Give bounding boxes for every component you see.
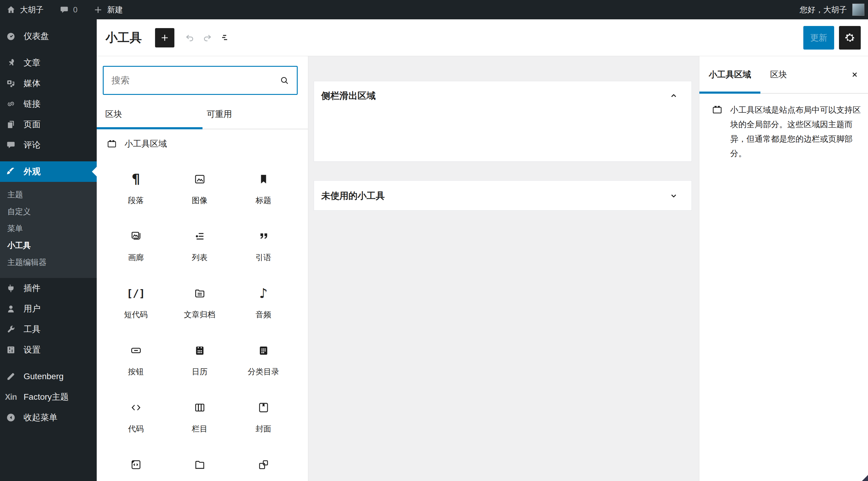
button-icon (130, 344, 142, 357)
columns-icon (193, 400, 206, 415)
block-item-file[interactable] (168, 444, 231, 481)
pages-icon (5, 119, 17, 130)
settings-tabs: 小工具区域 区块 (700, 56, 868, 94)
sidebar-item-label: 页面 (24, 119, 40, 130)
comment-count: 0 (73, 5, 78, 14)
sidebar-item-label: 文章 (24, 57, 40, 69)
audio-note-icon: ♪ (259, 286, 268, 300)
admin-bar-site-link[interactable]: 大胡子 (6, 4, 43, 15)
sidebar-item-gutenberg[interactable]: Gutenberg (0, 366, 97, 387)
block-item-list[interactable]: 列表 (168, 216, 231, 273)
link-icon (5, 99, 17, 109)
gear-icon (844, 32, 856, 44)
sidebar-item-label: 收起菜单 (24, 412, 57, 423)
sidebar-item-label: 媒体 (24, 78, 40, 89)
appearance-brush-icon (5, 166, 17, 177)
sidebar-item-collapse-menu[interactable]: 收起菜单 (0, 407, 97, 428)
submenu-item-menus[interactable]: 菜单 (0, 220, 97, 237)
sidebar-item-tools[interactable]: 工具 (0, 319, 97, 340)
cover-icon (257, 400, 270, 415)
sidebar-item-media[interactable]: 媒体 (0, 73, 97, 94)
block-item-calendar[interactable]: 日历 (168, 330, 231, 387)
chevron-up-icon (669, 91, 678, 100)
bookmark-icon (257, 172, 270, 186)
sidebar-item-users[interactable]: 用户 (0, 298, 97, 319)
pin-icon (5, 58, 17, 68)
block-item-categories[interactable]: 分类目录 (231, 330, 295, 387)
howdy-greeting[interactable]: 您好，大胡子 (800, 4, 847, 15)
home-icon (6, 5, 16, 15)
block-item-archives[interactable]: 文章归档 (168, 273, 231, 330)
block-item-button[interactable]: 按钮 (104, 330, 168, 387)
block-item-cover[interactable]: 封面 (231, 387, 295, 444)
block-item-audio[interactable]: ♪ 音频 (231, 273, 295, 330)
editor-frame: 小工具 更新 (97, 19, 868, 481)
description-text: 小工具区域是站点布局中可以支持区块的全局部分。这些区域因主题而异，但通常都是您的… (730, 103, 861, 161)
widget-area-icon (106, 138, 117, 149)
submenu-item-theme-editor[interactable]: 主题编辑器 (0, 254, 97, 271)
group-icon (257, 458, 270, 472)
submenu-item-customize[interactable]: 自定义 (0, 203, 97, 220)
block-item-paragraph[interactable]: ¶ 段落 (104, 159, 168, 216)
sidebar-item-label: 仪表盘 (24, 31, 49, 42)
sidebar-item-label: 工具 (24, 324, 40, 335)
submenu-item-themes[interactable]: 主题 (0, 186, 97, 203)
appearance-submenu: 主题 自定义 菜单 小工具 主题编辑器 (0, 182, 97, 278)
admin-bar-new-link[interactable]: 新建 (93, 4, 123, 15)
xin-logo-icon: Xin (5, 392, 17, 402)
tab-block[interactable]: 区块 (761, 56, 787, 93)
widget-area-title: 未使用的小工具 (321, 190, 385, 202)
block-item-columns[interactable]: 栏目 (168, 387, 231, 444)
block-item-custom-html[interactable] (104, 444, 168, 481)
image-icon (193, 172, 206, 186)
tab-blocks[interactable]: 区块 (97, 100, 203, 129)
sidebar-item-dashboard[interactable]: 仪表盘 (0, 26, 97, 46)
tab-widget-areas[interactable]: 小工具区域 (700, 56, 761, 93)
archives-icon (193, 286, 206, 300)
add-block-button[interactable] (155, 28, 175, 47)
users-icon (5, 303, 17, 314)
sidebar-item-plugins[interactable]: 插件 (0, 278, 97, 298)
sidebar-item-label: 链接 (24, 98, 40, 110)
search-input[interactable] (112, 75, 279, 86)
list-view-button[interactable] (216, 28, 234, 47)
redo-button[interactable] (198, 28, 216, 47)
sidebar-item-xin-factory-theme[interactable]: Xin Factory主题 (0, 387, 97, 407)
categories-icon (257, 344, 270, 357)
inserter-tabs: 区块 可重用 (97, 100, 308, 129)
block-grid: ¶ 段落 图像 标题 (97, 159, 308, 481)
admin-bar-comments-link[interactable]: 0 (59, 5, 78, 15)
close-settings-button[interactable] (847, 67, 862, 82)
block-item-image[interactable]: 图像 (168, 159, 231, 216)
block-item-group[interactable] (231, 444, 295, 481)
block-item-heading[interactable]: 标题 (231, 159, 295, 216)
page-title: 小工具 (105, 29, 142, 46)
comment-bubble-icon (59, 5, 69, 15)
block-item-gallery[interactable]: 画廊 (104, 216, 168, 273)
block-item-code[interactable]: 代码 (104, 387, 168, 444)
submenu-item-widgets[interactable]: 小工具 (0, 237, 97, 254)
undo-button[interactable] (181, 28, 198, 47)
chevron-down-icon (669, 191, 678, 200)
resize-grip-icon (862, 475, 868, 481)
avatar[interactable] (852, 4, 864, 16)
sidebar-item-comments[interactable]: 评论 (0, 135, 97, 155)
shortcode-icon: [/] (127, 286, 145, 300)
sidebar-item-appearance[interactable]: 外观 (0, 161, 97, 182)
widget-areas-description: 小工具区域是站点布局中可以支持区块的全局部分。这些区域因主题而异，但通常都是您的… (700, 94, 868, 161)
gallery-icon (130, 229, 142, 243)
block-item-shortcode[interactable]: [/] 短代码 (104, 273, 168, 330)
sidebar-item-posts[interactable]: 文章 (0, 53, 97, 73)
sidebar-item-settings[interactable]: 设置 (0, 340, 97, 360)
settings-toggle-button[interactable] (839, 26, 861, 50)
file-icon (193, 458, 206, 472)
update-button[interactable]: 更新 (803, 26, 834, 50)
widget-area-toggle[interactable]: 侧栏滑出区域 (314, 81, 691, 110)
widget-area-toggle[interactable]: 未使用的小工具 (314, 181, 691, 211)
tab-reusable[interactable]: 可重用 (203, 100, 308, 129)
block-item-quote[interactable]: 引语 (231, 216, 295, 273)
tools-icon (5, 324, 17, 334)
sidebar-item-pages[interactable]: 页面 (0, 114, 97, 135)
sidebar-item-links[interactable]: 链接 (0, 94, 97, 114)
search-field[interactable] (103, 66, 298, 95)
